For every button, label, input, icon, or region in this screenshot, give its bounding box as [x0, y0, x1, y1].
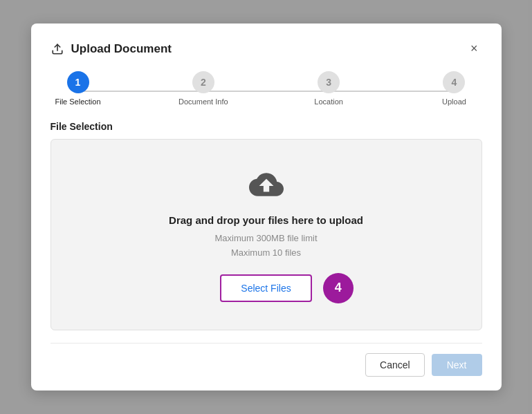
drop-zone[interactable]: Drag and drop your files here to upload …: [51, 139, 482, 330]
select-files-button[interactable]: Select Files: [220, 274, 311, 302]
select-files-area: Select Files 4: [220, 274, 311, 302]
step-1: 1 File Selection: [51, 71, 106, 106]
modal-overlay: Upload Document × 1 File Selection 2 Doc…: [0, 0, 532, 414]
modal-title-text: Upload Document: [71, 42, 172, 56]
step-3-label: Location: [314, 97, 343, 106]
modal-footer: Cancel Next: [51, 343, 482, 377]
annotation-badge-4: 4: [323, 273, 354, 303]
step-4-label: Upload: [442, 97, 466, 106]
upload-document-modal: Upload Document × 1 File Selection 2 Doc…: [31, 23, 502, 391]
modal-title: Upload Document: [51, 42, 172, 56]
stepper: 1 File Selection 2 Document Info 3 Locat…: [51, 71, 482, 106]
step-2-circle: 2: [192, 71, 214, 93]
stepper-line: [78, 91, 455, 92]
upload-header-icon: [51, 42, 64, 56]
drop-main-text: Drag and drop your files here to upload: [169, 214, 363, 226]
step-3: 3 Location: [301, 71, 356, 106]
cancel-button[interactable]: Cancel: [365, 353, 425, 377]
drop-sub-text: Maximum 300MB file limit Maximum 10 file…: [214, 232, 317, 261]
step-4: 4 Upload: [426, 71, 481, 106]
step-4-circle: 4: [443, 71, 465, 93]
modal-header: Upload Document ×: [51, 40, 482, 57]
section-heading: File Selection: [51, 121, 482, 132]
next-button[interactable]: Next: [432, 354, 482, 376]
step-3-circle: 3: [318, 71, 340, 93]
step-2: 2 Document Info: [176, 71, 231, 106]
close-button[interactable]: ×: [466, 40, 482, 57]
step-1-circle: 1: [67, 71, 89, 93]
step-2-label: Document Info: [178, 97, 228, 106]
step-1-label: File Selection: [55, 97, 100, 106]
upload-cloud-icon: [249, 167, 284, 205]
